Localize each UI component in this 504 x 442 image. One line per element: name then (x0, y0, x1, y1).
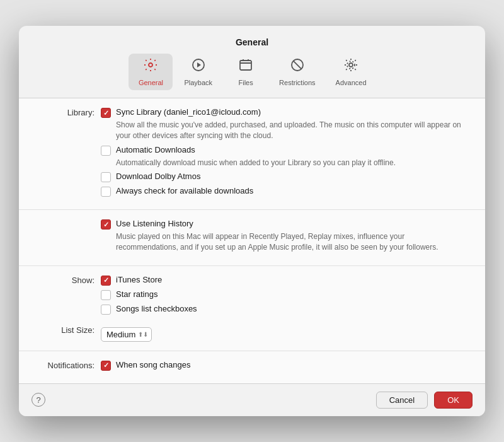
list-size-control: Small Medium Large ⬆⬇ (101, 327, 466, 342)
help-button[interactable]: ? (32, 393, 45, 407)
notifications-section: Notifications: When song changes (19, 351, 485, 383)
sync-library-row: Sync Library (daniel_rico1@icloud.com) S… (101, 107, 466, 141)
always-check-checkbox[interactable] (101, 187, 111, 197)
show-content: iTunes Store Star ratings So (101, 275, 466, 318)
when-song-changes-row: When song changes (101, 360, 466, 371)
show-row: Show: iTunes Store Star rating (38, 275, 466, 318)
when-song-changes-text: When song changes (116, 360, 191, 371)
sync-library-text: Sync Library (daniel_rico1@icloud.com) (116, 107, 466, 118)
listening-checkbox-wrapper (101, 219, 111, 230)
show-section: Show: iTunes Store Star rating (19, 266, 485, 351)
automatic-downloads-checkbox[interactable] (101, 146, 111, 156)
sync-library-helper: Show all the music you've added, purchas… (116, 120, 466, 141)
library-content: Sync Library (daniel_rico1@icloud.com) S… (101, 107, 466, 201)
itunes-checkbox-wrapper (101, 276, 111, 286)
always-check-text: Always check for available downloads (116, 186, 253, 197)
history-row: Use Listening History Music played on th… (38, 219, 466, 256)
ok-button[interactable]: OK (434, 392, 472, 409)
songs-list-row: Songs list checkboxes (101, 304, 466, 315)
list-size-label: List Size: (38, 325, 101, 335)
dialog: General General Playback (19, 26, 485, 416)
svg-point-6 (349, 63, 353, 67)
list-size-content: Small Medium Large ⬆⬇ (101, 325, 466, 342)
star-ratings-row: Star ratings (101, 289, 466, 300)
list-size-select-wrapper: Small Medium Large ⬆⬇ (101, 327, 152, 342)
list-size-select[interactable]: Small Medium Large (101, 327, 152, 342)
listening-history-row: Use Listening History Music played on th… (101, 219, 466, 252)
notifications-content: When song changes (101, 360, 466, 375)
toolbar-item-playback[interactable]: Playback (175, 54, 221, 90)
listening-history-text: Use Listening History (116, 219, 466, 230)
playback-icon (191, 57, 206, 76)
restrictions-icon (290, 57, 305, 76)
star-ratings-checkbox-wrapper (101, 290, 111, 300)
when-song-changes-checkbox[interactable] (101, 361, 111, 371)
star-ratings-checkbox[interactable] (101, 290, 111, 300)
automatic-downloads-row: Automatic Downloads Automatically downlo… (101, 145, 466, 168)
svg-rect-3 (240, 61, 251, 70)
library-row: Library: Sync Library (daniel_rico1@iclo… (38, 107, 466, 201)
songs-list-checkbox[interactable] (101, 305, 111, 315)
library-section: Library: Sync Library (daniel_rico1@iclo… (19, 98, 485, 210)
star-ratings-text: Star ratings (116, 289, 158, 300)
files-icon (238, 57, 253, 76)
dialog-title: General (19, 26, 485, 47)
history-section: Use Listening History Music played on th… (19, 210, 485, 265)
toolbar-item-advanced[interactable]: Advanced (327, 54, 375, 90)
toolbar: General Playback Files (19, 47, 485, 98)
toolbar-advanced-label: Advanced (336, 79, 367, 86)
toolbar-general-label: General (139, 79, 163, 86)
always-check-checkbox-wrapper (101, 187, 111, 197)
toolbar-playback-label: Playback (184, 79, 212, 86)
toolbar-item-general[interactable]: General (129, 54, 173, 90)
toolbar-files-label: Files (238, 79, 253, 86)
footer: ? Cancel OK (19, 383, 485, 416)
general-gear-icon (143, 57, 158, 76)
sync-library-checkbox[interactable] (101, 108, 111, 118)
advanced-icon (343, 57, 358, 76)
songs-list-checkbox-wrapper (101, 305, 111, 315)
svg-point-7 (347, 61, 355, 69)
itunes-store-checkbox[interactable] (101, 276, 111, 286)
itunes-store-text: iTunes Store (116, 275, 162, 286)
listening-history-checkbox[interactable] (101, 219, 111, 230)
history-content: Use Listening History Music played on th… (101, 219, 466, 256)
song-changes-checkbox-wrapper (101, 361, 111, 371)
show-label: Show: (38, 275, 101, 285)
button-group: Cancel OK (376, 392, 472, 409)
always-check-row: Always check for available downloads (101, 186, 466, 197)
songs-list-text: Songs list checkboxes (116, 304, 197, 315)
dolby-atmos-row: Download Dolby Atmos (101, 172, 466, 182)
automatic-downloads-text: Automatic Downloads (116, 145, 396, 156)
itunes-store-row: iTunes Store (101, 275, 466, 286)
toolbar-item-restrictions[interactable]: Restrictions (270, 54, 324, 90)
automatic-downloads-checkbox-wrapper (101, 146, 111, 156)
automatic-downloads-helper: Automatically download music when added … (116, 158, 396, 168)
cancel-button[interactable]: Cancel (376, 392, 428, 409)
toolbar-restrictions-label: Restrictions (279, 79, 315, 86)
svg-line-5 (293, 61, 301, 69)
toolbar-item-files[interactable]: Files (224, 54, 268, 90)
svg-point-0 (149, 63, 152, 67)
dolby-checkbox-wrapper (101, 172, 111, 182)
list-size-row: List Size: Small Medium Large ⬆⬇ (38, 325, 466, 342)
dolby-atmos-text: Download Dolby Atmos (116, 172, 200, 182)
svg-marker-2 (197, 62, 201, 67)
content-area: Library: Sync Library (daniel_rico1@iclo… (19, 98, 485, 383)
notifications-label: Notifications: (38, 360, 101, 370)
dolby-atmos-checkbox[interactable] (101, 172, 111, 182)
library-label: Library: (38, 107, 101, 117)
notifications-row: Notifications: When song changes (38, 360, 466, 375)
listening-history-helper: Music played on this Mac will appear in … (116, 231, 466, 253)
history-label-spacer (38, 219, 101, 219)
sync-library-checkbox-wrapper (101, 108, 111, 118)
